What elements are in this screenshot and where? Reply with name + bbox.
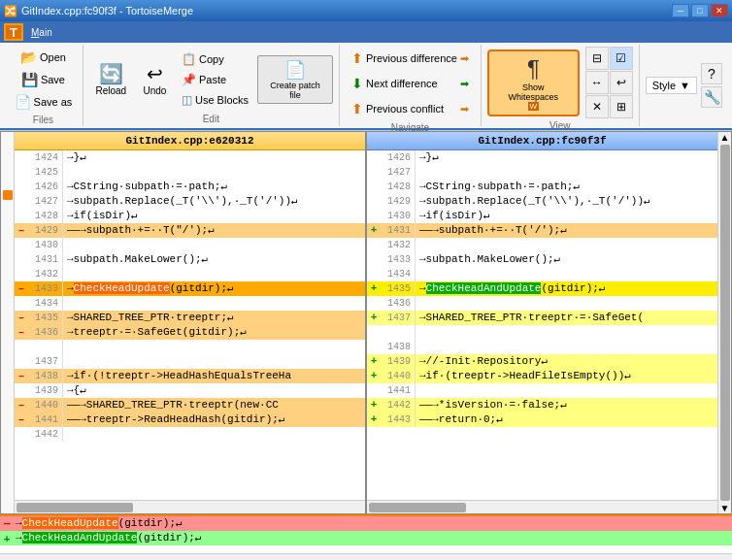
window-controls: ─ □ ✕ <box>672 4 728 17</box>
scroll-down-button[interactable]: ▼ <box>720 503 730 513</box>
view-icon-4[interactable]: ↩ <box>610 71 633 94</box>
table-row: 1428 →if(isDir)↵ <box>15 209 365 223</box>
undo-button[interactable]: ↩ Undo <box>137 58 173 100</box>
settings-button[interactable]: 🔧 <box>701 86 722 108</box>
table-row: 1430 →if(isDir)↵ <box>367 209 717 223</box>
preview-added-code: →CheckHeadAndUpdate(gitdir);↵ <box>14 531 201 545</box>
style-area: Style ▼ ? 🔧 <box>640 45 728 126</box>
prev-diff-icon: ⬆ <box>351 50 363 66</box>
table-row: 1438 <box>367 340 717 354</box>
table-row: 1434 <box>367 267 717 281</box>
view-icon-2[interactable]: ☑ <box>610 47 633 70</box>
left-scroll-thumb <box>17 503 133 512</box>
right-scroll-h[interactable] <box>367 500 717 513</box>
right-pane-header: GitIndex.cpp:fc90f3f <box>367 132 717 150</box>
left-scroll-h[interactable] <box>15 500 365 513</box>
view-icon-6[interactable]: ⊞ <box>610 95 633 118</box>
table-row: – 1433 →CheckHeadUpdate(gitdir);↵ <box>15 281 365 296</box>
table-row: 1426 →}↵ <box>367 150 717 165</box>
open-icon: 📂 <box>20 49 37 65</box>
ribbon-group-files: 📂 Open 💾 Save 📄 Save as Files <box>4 45 83 126</box>
table-row: 1439 →{↵ <box>15 383 365 398</box>
table-row: – 1440 ——→SHARED_TREE_PTR·treeptr(new·CC <box>15 398 365 412</box>
copy-button[interactable]: 📋 Copy <box>177 49 253 69</box>
ribbon-group-navigate: ⬆ Previous difference ➡ ⬇ Next differenc… <box>340 45 482 126</box>
open-button[interactable]: 📂 Open <box>16 47 71 68</box>
table-row <box>15 340 365 354</box>
table-row: – 1438 →if·(!treeptr->HeadHashEqualsTree… <box>15 369 365 383</box>
ribbon-tab-main[interactable]: Main <box>31 27 52 38</box>
table-row: + 1442 ——→*isVersion·=·false;↵ <box>367 398 717 412</box>
whitespace-icon: ¶ <box>527 55 540 82</box>
left-pane-header: GitIndex.cpp:e620312 <box>15 132 365 150</box>
view-icon-5[interactable]: ✕ <box>585 95 609 118</box>
right-pane-content[interactable]: 1426 →}↵ 1427 1428 →CString·subpath·=·pa… <box>367 150 717 500</box>
preview-removed-code: →CheckHeadUpdate(gitdir);↵ <box>14 516 183 531</box>
reload-button[interactable]: 🔄 Reload <box>89 58 133 100</box>
next-diff-arrow-icon: ➡ <box>460 78 469 90</box>
title-text: GitIndex.cpp:fc90f3f - TortoiseMerge <box>21 5 193 16</box>
show-whitespaces-button[interactable]: ¶ Show Whitespaces W <box>487 49 580 116</box>
ribbon-group-view: ¶ Show Whitespaces W ⊟ ☑ ↔ ↩ ✕ ⊞ View <box>482 45 640 126</box>
view-icon-1[interactable]: ⊟ <box>585 47 609 70</box>
files-group-label: Files <box>33 113 53 125</box>
scroll-up-button[interactable]: ▲ <box>720 132 730 143</box>
next-diff-button[interactable]: ⬇ Next difference ➡ <box>345 72 476 95</box>
save-as-button[interactable]: 📄 Save as <box>10 91 78 113</box>
view-icon-3[interactable]: ↔ <box>585 71 609 94</box>
left-margin-gutter <box>1 132 15 513</box>
preview-line-removed: – →CheckHeadUpdate(gitdir);↵ <box>0 516 732 531</box>
qat-text-icon[interactable]: T <box>4 23 23 41</box>
undo-icon: ↩ <box>147 62 163 85</box>
table-row: 1430 <box>15 238 365 252</box>
view-group-label: View <box>549 118 571 131</box>
table-row: 1425 <box>15 165 365 180</box>
right-scrollbar[interactable]: ▲ ▼ <box>717 132 731 513</box>
minimize-button[interactable]: ─ <box>672 4 689 17</box>
table-row: – 1441 ——→treeptr->ReadHeadHash(gitdir);… <box>15 412 365 427</box>
preview-plus-marker: + <box>0 531 14 545</box>
prev-conflict-button[interactable]: ⬆ Previous conflict ➡ <box>345 97 476 120</box>
table-row: + 1437 →SHARED_TREE_PTR·treeptr·=·SafeGe… <box>367 311 717 325</box>
reload-icon: 🔄 <box>99 62 123 85</box>
create-patch-icon: 📄 <box>284 59 306 81</box>
ribbon: 📂 Open 💾 Save 📄 Save as Files <box>0 43 732 131</box>
table-row: – 1429 ——→subpath·+=··T("/');↵ <box>15 223 365 238</box>
right-pane: GitIndex.cpp:fc90f3f 1426 →}↵ 1427 1428 … <box>366 132 717 513</box>
use-blocks-icon: ◫ <box>182 93 192 107</box>
table-row: 1431 →subpath.MakeLower();↵ <box>15 252 365 267</box>
save-button[interactable]: 💾 Save <box>17 69 70 90</box>
left-pane-content[interactable]: 1424 →}↵ 1425 1426 →CString·subpath·=·pa… <box>15 150 365 500</box>
table-row: 1429 →subpath.Replace(_T('\\'),·_T('/'))… <box>367 194 717 209</box>
paste-icon: 📌 <box>182 73 196 86</box>
table-row <box>367 325 717 340</box>
style-dropdown[interactable]: Style ▼ <box>646 77 697 94</box>
table-row: 1424 →}↵ <box>15 150 365 165</box>
dropdown-chevron-icon: ▼ <box>680 80 690 91</box>
edit-group-label: Edit <box>203 112 219 124</box>
help-button[interactable]: ? <box>701 63 722 84</box>
use-blocks-button[interactable]: ◫ Use Blocks <box>177 90 253 110</box>
table-row: + 1431 ——→subpath·+=··T('/');↵ <box>367 223 717 238</box>
table-row: 1426 →CString·subpath·=·path;↵ <box>15 180 365 194</box>
view-icon-group: ⊟ ☑ ↔ ↩ ✕ ⊞ <box>585 47 633 118</box>
table-row: + 1439 →//-Init·Repository↵ <box>367 354 717 369</box>
save-as-icon: 📄 <box>15 94 31 110</box>
prev-conflict-icon: ⬆ <box>351 101 363 116</box>
left-pane: GitIndex.cpp:e620312 1424 →}↵ 1425 1426 … <box>15 132 366 513</box>
scroll-thumb <box>720 145 730 501</box>
create-patch-button[interactable]: 📄 Create patch file <box>257 55 333 104</box>
prev-conflict-arrow-icon: ➡ <box>460 103 469 115</box>
prev-diff-arrow-icon: ➡ <box>460 52 469 65</box>
next-diff-icon: ⬇ <box>351 76 363 91</box>
table-row: 1436 <box>367 296 717 311</box>
close-button[interactable]: ✕ <box>711 4 728 17</box>
statusbar: For Help, press F1. Scroll horizontally … <box>0 553 732 560</box>
table-row: 1427 →subpath.Replace(_T('\\'),·_T('/'))… <box>15 194 365 209</box>
prev-diff-button[interactable]: ⬆ Previous difference ➡ <box>345 47 476 70</box>
maximize-button[interactable]: □ <box>691 4 709 17</box>
save-icon: 💾 <box>21 72 38 87</box>
paste-button[interactable]: 📌 Paste <box>177 70 253 89</box>
right-scroll-thumb <box>369 503 466 512</box>
table-row: 1434 <box>15 296 365 311</box>
